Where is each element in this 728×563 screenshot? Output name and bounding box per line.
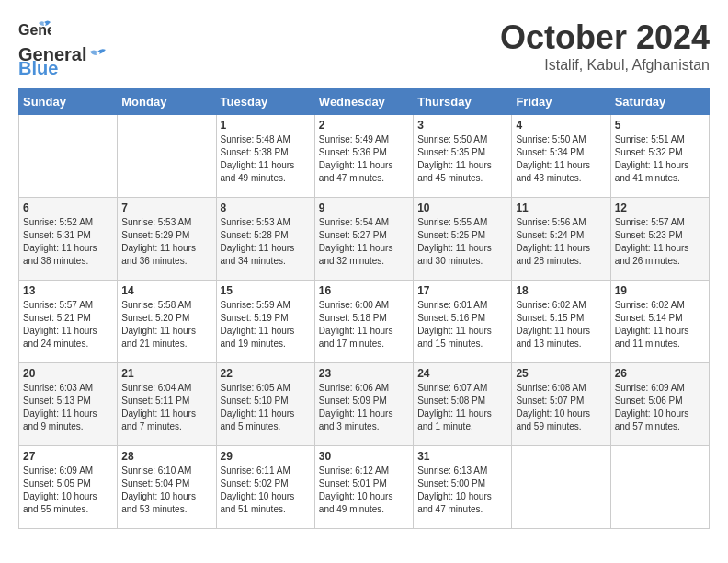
calendar-cell: 9Sunrise: 5:54 AMSunset: 5:27 PMDaylight… — [314, 198, 413, 281]
day-number: 16 — [319, 284, 409, 297]
day-number: 25 — [516, 367, 606, 380]
logo-icon: General — [18, 18, 51, 46]
calendar-cell: 14Sunrise: 5:58 AMSunset: 5:20 PMDayligh… — [118, 281, 216, 363]
day-number: 18 — [516, 284, 606, 297]
day-number: 12 — [615, 201, 705, 214]
day-number: 27 — [23, 450, 113, 463]
logo-blue-text: Blue — [18, 58, 58, 78]
day-info: Sunrise: 6:01 AMSunset: 5:16 PMDaylight:… — [417, 299, 507, 350]
calendar-cell: 2Sunrise: 5:49 AMSunset: 5:36 PMDaylight… — [314, 115, 413, 198]
day-info: Sunrise: 6:13 AMSunset: 5:00 PMDaylight:… — [417, 465, 507, 516]
calendar-cell: 20Sunrise: 6:03 AMSunset: 5:13 PMDayligh… — [19, 363, 118, 446]
day-info: Sunrise: 5:49 AMSunset: 5:36 PMDaylight:… — [319, 133, 409, 185]
day-number: 20 — [23, 367, 113, 380]
day-info: Sunrise: 5:58 AMSunset: 5:20 PMDaylight:… — [121, 299, 211, 350]
logo: General General Blue — [18, 18, 108, 79]
day-info: Sunrise: 5:53 AMSunset: 5:28 PMDaylight:… — [221, 216, 311, 268]
day-number: 3 — [417, 119, 507, 132]
day-number: 29 — [221, 450, 311, 463]
day-info: Sunrise: 6:00 AMSunset: 5:18 PMDaylight:… — [319, 299, 409, 350]
day-info: Sunrise: 6:04 AMSunset: 5:11 PMDaylight:… — [121, 382, 211, 433]
day-header-tuesday: Tuesday — [216, 89, 314, 115]
day-info: Sunrise: 6:07 AMSunset: 5:08 PMDaylight:… — [417, 382, 507, 433]
calendar-cell: 31Sunrise: 6:13 AMSunset: 5:00 PMDayligh… — [414, 446, 512, 529]
calendar-week-1: 1Sunrise: 5:48 AMSunset: 5:38 PMDaylight… — [19, 115, 710, 198]
day-number: 26 — [615, 367, 705, 380]
calendar-week-4: 20Sunrise: 6:03 AMSunset: 5:13 PMDayligh… — [19, 363, 710, 446]
day-number: 30 — [319, 450, 409, 463]
day-header-monday: Monday — [118, 89, 216, 115]
bird-icon — [87, 48, 108, 63]
day-number: 9 — [319, 201, 409, 214]
day-number: 15 — [221, 284, 311, 297]
calendar-cell: 17Sunrise: 6:01 AMSunset: 5:16 PMDayligh… — [414, 281, 512, 363]
day-number: 21 — [121, 367, 211, 380]
day-header-thursday: Thursday — [414, 89, 512, 115]
day-info: Sunrise: 6:11 AMSunset: 5:02 PMDaylight:… — [221, 465, 311, 516]
calendar-cell: 13Sunrise: 5:57 AMSunset: 5:21 PMDayligh… — [19, 281, 118, 363]
calendar-cell — [610, 446, 709, 529]
calendar-cell: 26Sunrise: 6:09 AMSunset: 5:06 PMDayligh… — [610, 363, 709, 446]
day-number: 10 — [417, 201, 507, 214]
calendar-cell: 12Sunrise: 5:57 AMSunset: 5:23 PMDayligh… — [610, 198, 709, 281]
calendar-table: SundayMondayTuesdayWednesdayThursdayFrid… — [18, 88, 710, 529]
calendar-cell: 16Sunrise: 6:00 AMSunset: 5:18 PMDayligh… — [314, 281, 413, 363]
day-number: 19 — [615, 284, 705, 297]
day-info: Sunrise: 6:02 AMSunset: 5:14 PMDaylight:… — [615, 299, 705, 350]
calendar-week-5: 27Sunrise: 6:09 AMSunset: 5:05 PMDayligh… — [19, 446, 710, 529]
calendar-cell: 18Sunrise: 6:02 AMSunset: 5:15 PMDayligh… — [512, 281, 610, 363]
calendar-week-2: 6Sunrise: 5:52 AMSunset: 5:31 PMDaylight… — [19, 198, 710, 281]
calendar-header-row: SundayMondayTuesdayWednesdayThursdayFrid… — [19, 89, 710, 115]
day-info: Sunrise: 6:05 AMSunset: 5:10 PMDaylight:… — [221, 382, 311, 433]
calendar-cell: 21Sunrise: 6:04 AMSunset: 5:11 PMDayligh… — [118, 363, 216, 446]
day-number: 4 — [516, 119, 606, 132]
calendar-week-3: 13Sunrise: 5:57 AMSunset: 5:21 PMDayligh… — [19, 281, 710, 363]
day-info: Sunrise: 5:51 AMSunset: 5:32 PMDaylight:… — [615, 133, 705, 185]
day-number: 17 — [417, 284, 507, 297]
day-info: Sunrise: 5:54 AMSunset: 5:27 PMDaylight:… — [319, 216, 409, 268]
day-number: 6 — [23, 201, 113, 214]
calendar-cell — [512, 446, 610, 529]
calendar-cell: 29Sunrise: 6:11 AMSunset: 5:02 PMDayligh… — [216, 446, 314, 529]
day-number: 28 — [121, 450, 211, 463]
day-info: Sunrise: 6:09 AMSunset: 5:05 PMDaylight:… — [23, 465, 113, 516]
day-info: Sunrise: 5:56 AMSunset: 5:24 PMDaylight:… — [516, 216, 606, 268]
calendar-cell — [118, 115, 216, 198]
day-header-wednesday: Wednesday — [314, 89, 413, 115]
day-info: Sunrise: 6:09 AMSunset: 5:06 PMDaylight:… — [615, 382, 705, 433]
day-number: 2 — [319, 119, 409, 132]
day-info: Sunrise: 6:02 AMSunset: 5:15 PMDaylight:… — [516, 299, 606, 350]
calendar-cell: 30Sunrise: 6:12 AMSunset: 5:01 PMDayligh… — [314, 446, 413, 529]
calendar-cell: 19Sunrise: 6:02 AMSunset: 5:14 PMDayligh… — [610, 281, 709, 363]
day-info: Sunrise: 6:06 AMSunset: 5:09 PMDaylight:… — [319, 382, 409, 433]
calendar-cell: 7Sunrise: 5:53 AMSunset: 5:29 PMDaylight… — [118, 198, 216, 281]
day-info: Sunrise: 6:10 AMSunset: 5:04 PMDaylight:… — [121, 465, 211, 516]
day-info: Sunrise: 6:12 AMSunset: 5:01 PMDaylight:… — [319, 465, 409, 516]
calendar-cell: 11Sunrise: 5:56 AMSunset: 5:24 PMDayligh… — [512, 198, 610, 281]
calendar-cell: 3Sunrise: 5:50 AMSunset: 5:35 PMDaylight… — [414, 115, 512, 198]
day-number: 31 — [417, 450, 507, 463]
day-number: 13 — [23, 284, 113, 297]
calendar-cell: 15Sunrise: 5:59 AMSunset: 5:19 PMDayligh… — [216, 281, 314, 363]
calendar-cell: 27Sunrise: 6:09 AMSunset: 5:05 PMDayligh… — [19, 446, 118, 529]
day-header-sunday: Sunday — [19, 89, 118, 115]
calendar-body: 1Sunrise: 5:48 AMSunset: 5:38 PMDaylight… — [19, 115, 710, 529]
calendar-cell: 6Sunrise: 5:52 AMSunset: 5:31 PMDaylight… — [19, 198, 118, 281]
calendar-cell: 4Sunrise: 5:50 AMSunset: 5:34 PMDaylight… — [512, 115, 610, 198]
calendar-cell: 5Sunrise: 5:51 AMSunset: 5:32 PMDaylight… — [610, 115, 709, 198]
day-number: 14 — [121, 284, 211, 297]
day-info: Sunrise: 5:55 AMSunset: 5:25 PMDaylight:… — [417, 216, 507, 268]
day-info: Sunrise: 6:03 AMSunset: 5:13 PMDaylight:… — [23, 382, 113, 433]
month-title: October 2024 — [500, 18, 710, 57]
day-header-saturday: Saturday — [610, 89, 709, 115]
location: Istalif, Kabul, Afghanistan — [500, 57, 710, 74]
day-number: 8 — [221, 201, 311, 214]
calendar-cell: 1Sunrise: 5:48 AMSunset: 5:38 PMDaylight… — [216, 115, 314, 198]
day-number: 22 — [221, 367, 311, 380]
calendar-cell: 22Sunrise: 6:05 AMSunset: 5:10 PMDayligh… — [216, 363, 314, 446]
calendar-cell — [19, 115, 118, 198]
calendar-cell: 8Sunrise: 5:53 AMSunset: 5:28 PMDaylight… — [216, 198, 314, 281]
calendar-cell: 25Sunrise: 6:08 AMSunset: 5:07 PMDayligh… — [512, 363, 610, 446]
title-block: October 2024 Istalif, Kabul, Afghanistan — [500, 18, 710, 74]
day-info: Sunrise: 5:50 AMSunset: 5:34 PMDaylight:… — [516, 133, 606, 185]
